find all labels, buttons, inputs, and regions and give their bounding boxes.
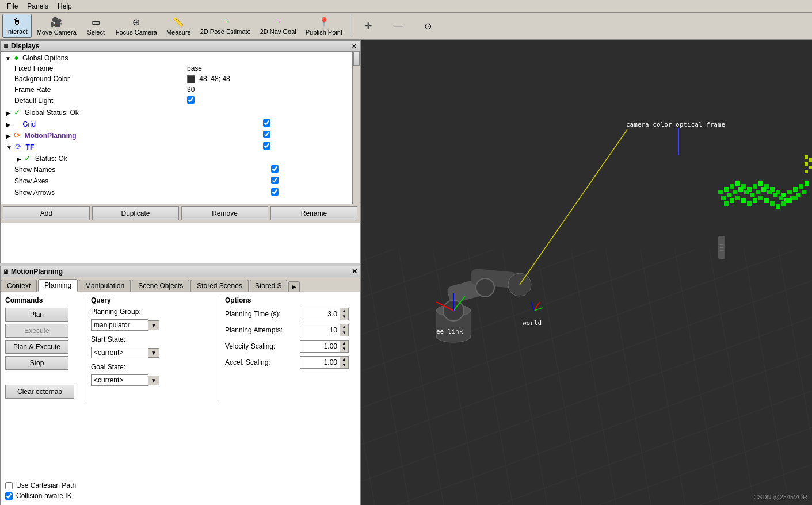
show-axes-checkbox[interactable] [271,177,279,184]
planning-attempts-arrows: ▲ ▼ [340,324,349,336]
planning-time-input[interactable] [300,308,340,320]
camera-settings-button[interactable]: ⊙ [414,14,443,38]
tab-stored-s[interactable]: Stored S [250,280,287,292]
ee-link-label: ee_link [436,328,463,335]
svg-rect-25 [758,181,763,186]
start-state-input[interactable] [91,347,148,358]
expand-arrow-tf-status[interactable]: ▶ [17,156,21,162]
tab-scroll-right[interactable]: ▶ [288,281,300,292]
planning-time-up[interactable]: ▲ [340,308,348,314]
clear-octomap-button[interactable]: Clear octomap [5,385,74,399]
goal-state-input[interactable] [91,374,148,386]
expand-arrow-motion[interactable]: ▶ [6,133,11,139]
default-light-checkbox[interactable] [187,96,195,104]
expand-arrow-tf[interactable]: ▼ [6,144,12,151]
displays-scrollbar-thumb[interactable] [353,52,360,66]
planning-group-dropdown-arrow[interactable]: ▼ [148,320,159,330]
crosshair-button[interactable]: ✛ [354,14,383,38]
plan-execute-button[interactable]: Plan & Execute [5,340,68,354]
expand-arrow-grid[interactable]: ▶ [6,121,11,128]
displays-icon: 🖥 [3,43,9,49]
velocity-scaling-input[interactable] [300,340,340,353]
accel-scaling-up[interactable]: ▲ [340,357,348,362]
focus-camera-button[interactable]: ⊕ Focus Camera [112,14,161,38]
camera-settings-icon: ⊙ [424,21,432,32]
planning-time-spinbox: ▲ ▼ [300,308,349,320]
watermark: CSDN @2345VOR [753,493,807,500]
planning-time-down[interactable]: ▼ [340,314,348,320]
move-camera-button[interactable]: 🎥 Move Camera [33,14,81,38]
goal-state-combo: ▼ [91,374,159,386]
motion-planning-checkbox[interactable] [263,131,270,138]
planning-group-row: Planning Group: [91,308,215,316]
displays-titlebar[interactable]: 🖥 Displays ✕ [0,40,360,52]
tab-scene-objects[interactable]: Scene Objects [132,280,189,292]
svg-rect-60 [787,198,792,203]
menu-file[interactable]: File [2,1,22,12]
tab-context[interactable]: Context [1,280,37,292]
rename-button[interactable]: Rename [270,206,357,220]
planning-attempts-down[interactable]: ▼ [340,330,348,336]
svg-rect-43 [773,193,777,197]
planning-attempts-input[interactable] [300,324,340,336]
bg-color-value: 48; 48; 48 [199,75,230,83]
menu-help[interactable]: Help [53,1,77,12]
start-state-dropdown-arrow[interactable]: ▼ [148,348,159,358]
planning-group-input[interactable] [91,319,148,331]
execute-button[interactable]: Execute [5,324,68,338]
expand-arrow-status[interactable]: ▶ [6,110,11,116]
duplicate-button[interactable]: Duplicate [92,206,179,220]
remove-button[interactable]: Remove [181,206,268,220]
accel-scaling-input[interactable] [300,356,340,369]
select-button[interactable]: ▭ Select [82,14,110,38]
tf-checkbox[interactable] [263,142,270,150]
svg-rect-30 [787,190,792,194]
motion-planning-titlebar[interactable]: 🖥 MotionPlanning ✕ [0,266,360,277]
motion-planning-label[interactable]: MotionPlanning [25,132,77,140]
tab-manipulation[interactable]: Manipulation [79,280,131,292]
frame-rate-label: Frame Rate [14,86,51,94]
grid-label[interactable]: Grid [22,120,36,128]
stop-button[interactable]: Stop [5,356,68,370]
viewport[interactable]: camera_color_optical_frame ee_link world [361,40,812,505]
velocity-scaling-up[interactable]: ▲ [340,341,348,346]
velocity-scaling-down[interactable]: ▼ [340,346,348,352]
measure-button[interactable]: 📏 Measure [162,14,195,38]
planning-attempts-up[interactable]: ▲ [340,324,348,330]
svg-rect-31 [793,187,798,192]
show-arrows-checkbox[interactable] [271,188,279,196]
minus-button[interactable]: — [384,14,413,38]
svg-rect-48 [802,190,806,194]
publish-point-button[interactable]: 📍 Publish Point [302,14,346,38]
motion-panel-close-button[interactable]: ✕ [352,267,357,276]
tab-stored-scenes[interactable]: Stored Scenes [190,280,249,292]
nav-goal-button[interactable]: → 2D Nav Goal [256,14,300,38]
goal-state-dropdown-arrow[interactable]: ▼ [148,376,159,385]
global-options-row[interactable]: ▼ ● Global Options [1,52,360,63]
interact-button[interactable]: 🖱 Interact [2,14,32,38]
menu-panels[interactable]: Panels [22,1,53,12]
expand-arrow-global[interactable]: ▼ [5,55,11,62]
tf-label[interactable]: TF [26,143,35,151]
fixed-frame-row: Fixed Frame base [1,63,360,74]
svg-rect-50 [730,198,734,203]
displays-buttons-row: Add Duplicate Remove Rename [0,204,360,223]
grid-checkbox[interactable] [263,119,270,127]
svg-rect-55 [758,196,763,200]
plan-button[interactable]: Plan [5,308,68,322]
use-cartesian-checkbox[interactable] [5,482,13,489]
accel-scaling-down[interactable]: ▼ [340,362,348,368]
svg-rect-37 [738,187,743,192]
displays-scrollbar[interactable] [352,52,360,204]
svg-rect-32 [799,184,803,189]
pose-estimate-button[interactable]: → 2D Pose Estimate [196,14,255,38]
show-names-checkbox[interactable] [271,165,279,173]
select-icon: ▭ [92,17,100,28]
options-label: Options [225,296,355,304]
displays-close-button[interactable]: ✕ [350,43,357,49]
add-button[interactable]: Add [3,206,90,220]
svg-rect-40 [756,190,760,194]
collision-aware-checkbox[interactable] [5,492,13,500]
tab-planning[interactable]: Planning [38,279,78,292]
main-layout: 🖥 Displays ✕ ▼ ● Global Options Fixed Fr… [0,40,812,505]
